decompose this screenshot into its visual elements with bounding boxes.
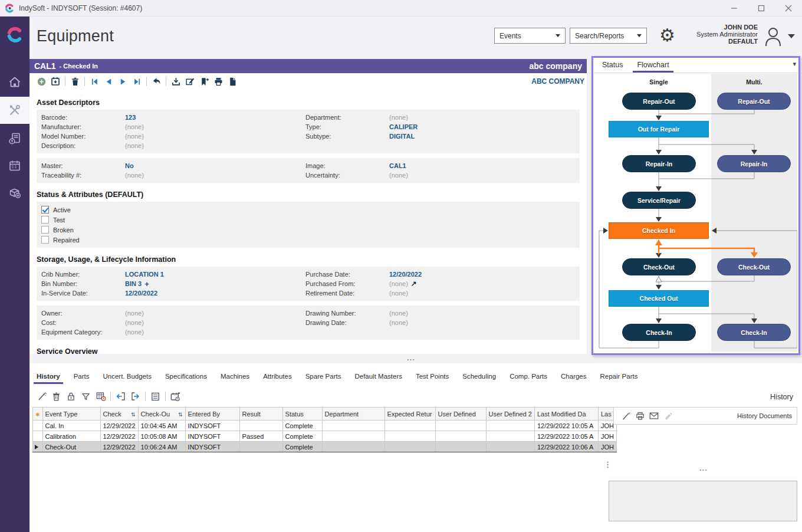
purchase-date-value[interactable]: 12/20/2022: [389, 271, 422, 278]
undo-button[interactable]: [149, 75, 163, 88]
scheduled-events-grid-button[interactable]: [93, 390, 108, 403]
sidebar-item-calendar[interactable]: [0, 152, 29, 179]
tab-specifications[interactable]: Specifications: [165, 373, 207, 384]
first-record-button[interactable]: [87, 75, 101, 88]
tab-default-masters[interactable]: Default Masters: [354, 373, 402, 384]
tab-parts[interactable]: Parts: [74, 373, 90, 384]
column-header-department[interactable]: Department: [322, 408, 384, 421]
tab-comp-parts[interactable]: Comp. Parts: [510, 373, 547, 384]
shortcut-icon[interactable]: ↗: [411, 280, 417, 288]
filter-button[interactable]: [78, 390, 93, 403]
tab-attributes[interactable]: Attributes: [263, 373, 292, 384]
details-list-button[interactable]: [148, 390, 163, 403]
tab-flowchart[interactable]: Flowchart: [634, 61, 672, 73]
column-header-user-defined-2[interactable]: User Defined 2: [486, 408, 534, 421]
tab-history[interactable]: History: [37, 373, 60, 384]
check-out-arrow-button[interactable]: [128, 390, 143, 403]
save-download-button[interactable]: [169, 75, 183, 88]
last-record-button[interactable]: [130, 75, 144, 88]
checkbox-box[interactable]: [41, 236, 49, 244]
search-reports-dropdown[interactable]: Search/Reports: [570, 28, 647, 44]
subtype-value[interactable]: DIGITAL: [389, 133, 415, 140]
image-value[interactable]: CAL1: [389, 162, 406, 169]
tab-scheduling[interactable]: Scheduling: [462, 373, 496, 384]
maximize-button[interactable]: [748, 0, 775, 16]
column-header-last-modified-date[interactable]: Last Modified Da: [534, 408, 598, 421]
flow-node-repair-in-multi[interactable]: Repair-In: [717, 155, 791, 172]
main-splitter-handle[interactable]: ...: [407, 353, 415, 362]
bookmark-flag-button[interactable]: [197, 75, 211, 88]
tab-repair-parts[interactable]: Repair Parts: [600, 373, 638, 384]
vertical-splitter-handle[interactable]: ⋮: [604, 460, 612, 469]
column-header-result[interactable]: Result: [239, 408, 282, 421]
flow-node-repair-out-single[interactable]: Repair-Out: [622, 93, 696, 110]
print-button[interactable]: [211, 75, 225, 88]
minimize-button[interactable]: [721, 0, 748, 16]
tab-spare-parts[interactable]: Spare Parts: [305, 373, 341, 384]
column-header-event-type[interactable]: Event Type: [42, 408, 100, 421]
previous-record-button[interactable]: [101, 75, 116, 88]
next-record-button[interactable]: [116, 75, 130, 88]
history-documents-area[interactable]: [609, 481, 797, 521]
documents-splitter-handle[interactable]: ...: [699, 464, 708, 472]
event-schedule-menu-button[interactable]: [168, 390, 183, 403]
checkbox-box[interactable]: [41, 216, 49, 224]
master-value[interactable]: No: [125, 162, 134, 169]
delete-row-button[interactable]: [49, 390, 64, 403]
settings-gear-icon[interactable]: ⚙: [659, 25, 675, 46]
type-value[interactable]: CALIPER: [389, 123, 418, 130]
flow-node-checked-in-current[interactable]: Checked In: [609, 222, 709, 239]
document-button[interactable]: [225, 75, 239, 88]
column-header-status[interactable]: Status: [282, 408, 322, 421]
delete-record-button[interactable]: [68, 75, 82, 88]
check-in-arrow-button[interactable]: [113, 390, 128, 403]
close-button[interactable]: [775, 0, 802, 16]
sidebar-item-inventory[interactable]: [0, 179, 29, 206]
history-row-calibration[interactable]: Calibration12/29/202210:05:08 AMINDYSOFT…: [33, 431, 617, 442]
column-header-expected-return[interactable]: Expected Retur: [384, 408, 435, 421]
checkbox-box[interactable]: [41, 206, 49, 214]
edit-wand-button[interactable]: [34, 390, 49, 403]
add-bin-icon[interactable]: +: [144, 280, 149, 288]
flow-node-check-out-single[interactable]: Check-Out: [622, 258, 696, 275]
flow-node-service-repair[interactable]: Service/Repair: [622, 192, 696, 209]
checkbox-test[interactable]: Test: [41, 215, 575, 225]
indicator-column-header[interactable]: ✱: [33, 408, 43, 421]
sidebar-item-costs[interactable]: [0, 125, 29, 152]
checkbox-box[interactable]: [41, 226, 49, 234]
tab-uncert-budgets[interactable]: Uncert. Budgets: [103, 373, 151, 384]
edit-wand-button[interactable]: [619, 409, 633, 422]
flow-node-checked-out[interactable]: Checked Out: [609, 290, 709, 307]
tab-charges[interactable]: Charges: [561, 373, 586, 384]
user-avatar[interactable]: [762, 25, 784, 50]
flow-node-repair-in-single[interactable]: Repair-In: [622, 155, 696, 172]
schedule-event-button[interactable]: [48, 75, 63, 88]
panel-collapse-icon[interactable]: ▾: [793, 60, 796, 68]
email-button[interactable]: [647, 409, 661, 422]
flow-node-repair-out-multi[interactable]: Repair-Out: [717, 93, 791, 110]
column-header-entered-by[interactable]: Entered By: [185, 408, 239, 421]
flow-node-check-in-multi[interactable]: Check-In: [717, 324, 791, 341]
in-service-date-value[interactable]: 12/20/2022: [125, 290, 157, 297]
edit-record-button[interactable]: [183, 75, 197, 88]
checkbox-broken[interactable]: Broken: [41, 225, 575, 235]
lock-button[interactable]: [64, 390, 78, 403]
checkbox-repaired[interactable]: Repaired: [41, 235, 575, 245]
column-header-check[interactable]: Check⇅: [100, 408, 138, 421]
barcode-value[interactable]: 123: [125, 114, 136, 121]
add-record-button[interactable]: [34, 75, 48, 88]
user-menu-chevron-icon[interactable]: [788, 34, 795, 38]
sidebar-item-home[interactable]: [0, 68, 29, 96]
crib-number-value[interactable]: LOCATION 1: [125, 271, 164, 278]
history-row-check-out[interactable]: Check-Out12/29/202210:06:24 AMINDYSOFTCo…: [33, 442, 617, 452]
company-link[interactable]: ABC COMPANY: [531, 77, 587, 86]
tab-machines[interactable]: Machines: [221, 373, 249, 384]
sidebar-item-equipment[interactable]: [0, 97, 29, 124]
bin-number-value[interactable]: BIN 3: [125, 280, 142, 287]
flow-node-out-for-repair[interactable]: Out for Repair: [609, 121, 709, 137]
history-row-cal-in[interactable]: Cal. In12/29/202210:04:45 AMINDYSOFTComp…: [33, 421, 617, 431]
checkbox-active[interactable]: Active: [41, 205, 575, 215]
column-header-check-out[interactable]: Check-Ou⇅: [138, 408, 185, 421]
tab-test-points[interactable]: Test Points: [416, 373, 449, 384]
column-header-user-defined-1[interactable]: User Defined: [435, 408, 486, 421]
